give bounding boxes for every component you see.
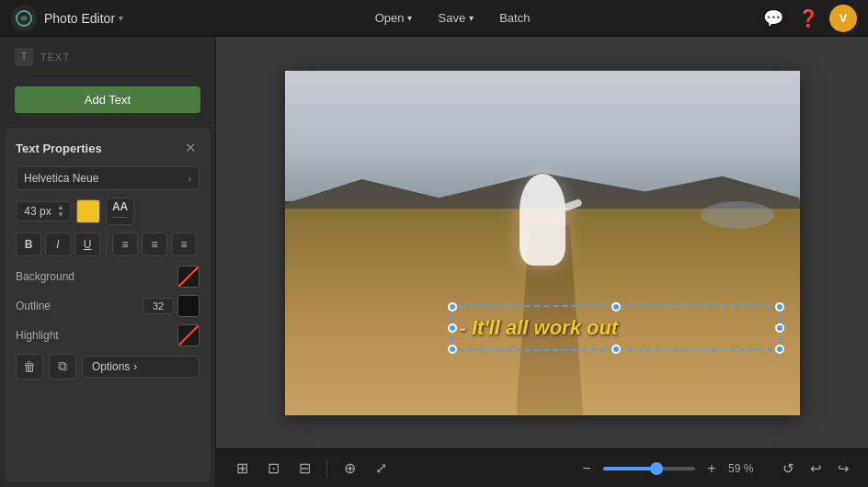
title-chevron-icon: ▾ (119, 13, 123, 23)
add-text-button[interactable]: Add Text (15, 86, 200, 113)
zoom-out-button[interactable]: − (576, 458, 598, 480)
handle-mid-left[interactable] (448, 323, 457, 333)
font-size-input-wrap: ▲ ▼ (16, 201, 71, 221)
delete-text-button[interactable]: 🗑 (16, 354, 43, 379)
font-size-down-button[interactable]: ▼ (55, 211, 66, 219)
font-selector[interactable]: Helvetica Neue › (16, 166, 200, 190)
crop-button[interactable]: ⊕ (337, 456, 362, 481)
handle-top-mid[interactable] (611, 302, 621, 311)
compare-button[interactable]: ⊡ (260, 456, 286, 481)
canvas-area: - It'll all work out ⊞ ⊡ ⊟ ⊕ ⤢ − + 59 % … (216, 37, 868, 487)
italic-button[interactable]: I (45, 232, 71, 256)
bold-button[interactable]: B (16, 232, 41, 256)
underline-button[interactable]: U (74, 232, 100, 256)
font-name-label: Helvetica Neue (24, 172, 98, 185)
handle-mid-right[interactable] (775, 323, 784, 333)
format-row: B I U ≡ ≡ ≡ (16, 232, 200, 256)
photo-canvas: - It'll all work out (285, 71, 800, 415)
photo-water-layer (701, 201, 774, 229)
undo-button[interactable]: ↩ (804, 457, 828, 481)
add-text-container: Add Text (0, 77, 215, 123)
zoom-controls: − + 59 % (576, 458, 763, 480)
antialiasing-button[interactable]: AA —— (106, 198, 134, 225)
background-label: Background (16, 270, 74, 283)
outline-value-wrap (143, 295, 200, 317)
user-avatar[interactable]: V (829, 5, 857, 32)
background-row: Background (16, 266, 200, 288)
save-chevron-icon: ▾ (469, 13, 474, 23)
canvas-text[interactable]: - It'll all work out (452, 312, 626, 344)
topbar: Photo Editor ▾ Open ▾ Save ▾ Batch 💬 ❓ V (0, 0, 868, 37)
background-color-swatch[interactable] (177, 266, 200, 288)
open-button[interactable]: Open ▾ (366, 7, 422, 28)
zoom-in-button[interactable]: + (701, 458, 723, 480)
outline-label: Outline (16, 300, 51, 312)
layers-button[interactable]: ⊞ (229, 456, 255, 481)
text-props-header: Text Properties ✕ (16, 139, 200, 157)
canvas-workspace[interactable]: - It'll all work out (216, 37, 868, 448)
highlight-color-swatch[interactable] (177, 324, 200, 346)
highlight-row: Highlight (16, 324, 200, 346)
topbar-center: Open ▾ Save ▾ Batch (145, 7, 760, 28)
format-divider (106, 235, 107, 254)
highlight-label: Highlight (16, 329, 59, 342)
outline-value-input[interactable] (143, 298, 174, 314)
open-chevron-icon: ▾ (407, 13, 412, 23)
main-area: T TEXT Add Text Text Properties ✕ Helvet… (0, 37, 868, 487)
batch-button[interactable]: Batch (490, 7, 539, 28)
text-props-close-button[interactable]: ✕ (181, 139, 200, 157)
redo-button[interactable]: ↪ (831, 457, 855, 481)
handle-top-left[interactable] (448, 302, 457, 311)
align-center-button[interactable]: ≡ (142, 232, 167, 256)
refresh-button[interactable]: ↺ (776, 457, 800, 481)
handle-bottom-right[interactable] (775, 345, 784, 354)
comment-icon-button[interactable]: 💬 (760, 5, 787, 32)
size-row: ▲ ▼ AA —— (16, 198, 200, 225)
outline-color-swatch[interactable] (177, 295, 200, 317)
text-section-label: TEXT (40, 51, 70, 62)
text-props-panel: Text Properties ✕ Helvetica Neue › ▲ ▼ (6, 129, 210, 481)
ghost-body (520, 174, 565, 266)
text-selection-box[interactable]: - It'll all work out (451, 305, 782, 351)
handle-top-right[interactable] (775, 302, 784, 311)
font-size-input[interactable] (20, 205, 55, 218)
outline-row: Outline (16, 295, 200, 317)
text-section-icon: T (15, 48, 33, 66)
bottom-toolbar: ⊞ ⊡ ⊟ ⊕ ⤢ − + 59 % ↺ ↩ ↪ (216, 448, 868, 487)
zoom-percent-label: 59 % (728, 462, 763, 475)
fullscreen-button[interactable]: ⤢ (368, 456, 394, 481)
font-chevron-icon: › (188, 174, 191, 184)
help-icon-button[interactable]: ❓ (794, 5, 822, 32)
options-button[interactable]: Options › (82, 356, 200, 378)
left-panel: T TEXT Add Text Text Properties ✕ Helvet… (0, 37, 216, 487)
toolbar-divider-1 (326, 459, 327, 478)
handle-bottom-left[interactable] (448, 345, 457, 354)
align-left-button[interactable]: ≡ (112, 232, 138, 256)
duplicate-text-button[interactable]: ⧉ (49, 354, 76, 379)
font-size-spinners: ▲ ▼ (55, 204, 66, 219)
undo-redo-controls: ↺ ↩ ↪ (776, 457, 855, 481)
topbar-right: 💬 ❓ V (760, 5, 857, 32)
options-chevron-icon: › (133, 360, 137, 373)
ghost-figure (520, 174, 565, 266)
panel-bottom: 🗑 ⧉ Options › (16, 354, 200, 379)
app-title[interactable]: Photo Editor ▾ (44, 11, 123, 26)
frame-button[interactable]: ⊟ (291, 456, 317, 481)
text-props-title: Text Properties (16, 142, 102, 155)
app-logo (11, 6, 37, 31)
zoom-slider[interactable] (603, 467, 695, 470)
handle-bottom-mid[interactable] (611, 345, 621, 354)
text-section-header: T TEXT (0, 37, 215, 77)
save-button[interactable]: Save ▾ (428, 7, 483, 28)
font-color-swatch[interactable] (76, 199, 100, 223)
align-right-button[interactable]: ≡ (171, 232, 197, 256)
